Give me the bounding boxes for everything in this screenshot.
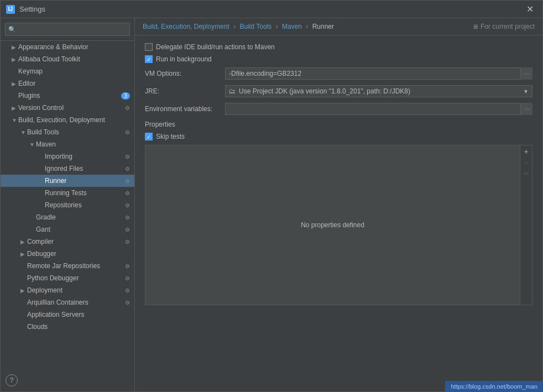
sidebar-item-version-control[interactable]: ▶ Version Control ⚙ bbox=[1, 102, 134, 114]
sidebar-item-repositories[interactable]: Repositories ⚙ bbox=[1, 199, 134, 211]
expand-arrow: ▶ bbox=[20, 239, 27, 245]
env-vars-button[interactable]: ⋯ bbox=[520, 103, 532, 115]
settings-window: IJ Settings ✕ 🔍 ▶ Appearance & Behavior bbox=[0, 0, 543, 392]
expand-arrow: ▶ bbox=[12, 81, 18, 87]
skip-tests-checkbox[interactable] bbox=[145, 133, 153, 140]
jre-value: Use Project JDK (java version "1.8.0_201… bbox=[239, 87, 519, 95]
expand-arrow bbox=[12, 93, 18, 99]
sidebar-item-label: Importing bbox=[45, 153, 123, 160]
settings-icon: ⚙ bbox=[125, 129, 130, 135]
properties-empty-area: No properties defined bbox=[145, 145, 520, 305]
breadcrumb-sep3: › bbox=[306, 23, 310, 30]
sidebar: 🔍 ▶ Appearance & Behavior ▶ Alibaba Clou… bbox=[1, 18, 135, 391]
vm-options-label: VM Options: bbox=[145, 70, 225, 77]
expand-arrow: ▶ bbox=[20, 288, 27, 294]
sidebar-item-python-debugger[interactable]: Python Debugger ⚙ bbox=[1, 272, 134, 284]
sidebar-item-gant[interactable]: Gant ⚙ bbox=[1, 223, 134, 236]
help-button[interactable]: ? bbox=[6, 374, 18, 386]
delegate-checkbox[interactable] bbox=[145, 43, 153, 51]
sidebar-item-runner[interactable]: Runner ⚙ bbox=[1, 175, 134, 187]
sidebar-item-app-servers[interactable]: Application Servers bbox=[1, 309, 134, 321]
breadcrumb-build-tools[interactable]: Build Tools bbox=[239, 23, 272, 30]
sidebar-item-maven[interactable]: ▼ Maven bbox=[1, 138, 134, 150]
breadcrumb-sep1: › bbox=[233, 23, 237, 30]
vm-options-row: VM Options: ⋯ bbox=[145, 67, 532, 80]
main-content: 🔍 ▶ Appearance & Behavior ▶ Alibaba Clou… bbox=[1, 18, 542, 391]
sidebar-item-ignored-files[interactable]: Ignored Files ⚙ bbox=[1, 163, 134, 175]
breadcrumb-runner: Runner bbox=[312, 23, 334, 30]
settings-icon: ⚙ bbox=[125, 190, 130, 196]
sidebar-item-remote-jar[interactable]: Remote Jar Repositories ⚙ bbox=[1, 260, 134, 272]
sidebar-item-plugins[interactable]: Plugins 3 bbox=[1, 90, 134, 102]
title-bar: IJ Settings ✕ bbox=[1, 1, 542, 18]
skip-tests-row: Skip tests bbox=[145, 133, 532, 140]
jre-dropdown-arrow: ▼ bbox=[523, 88, 529, 95]
settings-icon: ⚙ bbox=[125, 275, 130, 281]
vm-options-input[interactable] bbox=[225, 67, 532, 80]
sidebar-item-importing[interactable]: Importing ⚙ bbox=[1, 150, 134, 163]
jre-wrapper: 🗂 Use Project JDK (java version "1.8.0_2… bbox=[225, 85, 532, 97]
bottom-link[interactable]: https://blog.csdn.net/boom_man bbox=[445, 381, 543, 392]
search-box: 🔍 bbox=[1, 18, 134, 41]
sidebar-item-editor[interactable]: ▶ Editor bbox=[1, 77, 134, 90]
breadcrumb-build-exec[interactable]: Build, Execution, Deployment bbox=[143, 23, 229, 30]
run-in-bg-checkbox[interactable] bbox=[145, 55, 153, 63]
sidebar-item-appearance[interactable]: ▶ Appearance & Behavior bbox=[1, 41, 134, 53]
monitor-icon: 🖥 bbox=[472, 23, 478, 30]
plugins-badge: 3 bbox=[121, 92, 130, 100]
sidebar-item-label: Application Servers bbox=[27, 311, 130, 318]
settings-icon: ⚙ bbox=[125, 154, 130, 160]
sidebar-item-deployment[interactable]: ▶ Deployment ⚙ bbox=[1, 284, 134, 296]
vm-options-expand-button[interactable]: ⋯ bbox=[520, 67, 532, 80]
sidebar-item-running-tests[interactable]: Running Tests ⚙ bbox=[1, 187, 134, 199]
env-vars-input[interactable] bbox=[225, 103, 532, 115]
expand-arrow bbox=[20, 312, 27, 318]
sidebar-item-label: Version Control bbox=[18, 104, 123, 112]
run-in-bg-row: Run in background bbox=[145, 55, 532, 63]
settings-icon: ⚙ bbox=[125, 288, 130, 294]
run-in-bg-label: Run in background bbox=[156, 55, 212, 63]
sidebar-item-compiler[interactable]: ▶ Compiler ⚙ bbox=[1, 236, 134, 248]
expand-arrow: ▼ bbox=[12, 117, 18, 123]
settings-icon: ⚙ bbox=[125, 263, 130, 269]
close-button[interactable]: ✕ bbox=[523, 3, 537, 15]
expand-arrow: ▶ bbox=[20, 251, 27, 257]
settings-icon: ⚙ bbox=[125, 202, 130, 208]
expand-arrow bbox=[38, 166, 45, 172]
sidebar-item-label: Ignored Files bbox=[45, 165, 123, 173]
expand-arrow bbox=[20, 324, 27, 330]
sidebar-item-keymap[interactable]: Keymap bbox=[1, 65, 134, 77]
edit-property-button[interactable]: ✏ bbox=[521, 169, 531, 179]
remove-property-button[interactable]: − bbox=[521, 158, 531, 168]
sidebar-item-label: Alibaba Cloud Toolkit bbox=[18, 55, 130, 63]
settings-icon: ⚙ bbox=[125, 227, 130, 233]
jre-icon: 🗂 bbox=[229, 87, 236, 95]
sidebar-item-build-tools[interactable]: ▼ Build Tools ⚙ bbox=[1, 126, 134, 138]
sidebar-item-alibaba[interactable]: ▶ Alibaba Cloud Toolkit bbox=[1, 53, 134, 65]
right-panel: Build, Execution, Deployment › Build Too… bbox=[135, 18, 542, 391]
sidebar-item-debugger[interactable]: ▶ Debugger bbox=[1, 248, 134, 260]
env-vars-wrapper: ⋯ bbox=[225, 103, 532, 115]
delegate-label: Delegate IDE build/run actions to Maven bbox=[156, 43, 275, 51]
search-input[interactable] bbox=[5, 23, 130, 36]
settings-icon: ⚙ bbox=[125, 239, 130, 245]
env-vars-label: Environment variables: bbox=[145, 105, 225, 113]
expand-arrow bbox=[38, 178, 45, 184]
add-property-button[interactable]: + bbox=[521, 147, 531, 156]
breadcrumb-maven[interactable]: Maven bbox=[282, 23, 302, 30]
sidebar-item-label: Running Tests bbox=[45, 189, 123, 197]
properties-section: Properties Skip tests No properties defi… bbox=[145, 121, 532, 305]
sidebar-item-build-exec[interactable]: ▼ Build, Execution, Deployment bbox=[1, 114, 134, 126]
sidebar-item-arquillian[interactable]: Arquillian Containers ⚙ bbox=[1, 296, 134, 309]
sidebar-item-gradle[interactable]: Gradle ⚙ bbox=[1, 211, 134, 223]
sidebar-item-label: Plugins bbox=[18, 92, 121, 100]
for-current-project-label: For current project bbox=[481, 23, 535, 30]
jre-select[interactable]: 🗂 Use Project JDK (java version "1.8.0_2… bbox=[225, 85, 532, 97]
sidebar-item-label: Repositories bbox=[45, 201, 123, 209]
sidebar-item-clouds[interactable]: Clouds bbox=[1, 321, 134, 333]
sidebar-item-label: Python Debugger bbox=[27, 274, 123, 282]
sidebar-tree: ▶ Appearance & Behavior ▶ Alibaba Cloud … bbox=[1, 41, 134, 391]
for-current-project[interactable]: 🖥 For current project bbox=[472, 23, 535, 30]
skip-tests-label: Skip tests bbox=[156, 133, 185, 140]
sidebar-item-label: Editor bbox=[18, 80, 130, 87]
